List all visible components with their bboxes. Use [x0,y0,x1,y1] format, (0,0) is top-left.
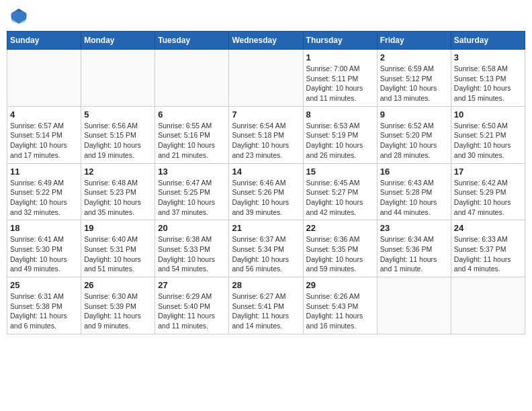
calendar-cell: 26Sunrise: 6:30 AM Sunset: 5:39 PM Dayli… [81,277,155,334]
calendar-cell: 14Sunrise: 6:46 AM Sunset: 5:26 PM Dayli… [229,163,303,220]
day-info: Sunrise: 6:49 AM Sunset: 5:22 PM Dayligh… [10,178,78,218]
day-info: Sunrise: 6:57 AM Sunset: 5:14 PM Dayligh… [10,121,78,161]
day-info: Sunrise: 6:56 AM Sunset: 5:15 PM Dayligh… [84,121,152,161]
calendar-cell: 21Sunrise: 6:37 AM Sunset: 5:34 PM Dayli… [229,220,303,277]
day-number: 8 [306,109,374,120]
calendar-cell: 22Sunrise: 6:36 AM Sunset: 5:35 PM Dayli… [303,220,377,277]
svg-marker-1 [10,11,27,24]
column-header-saturday: Saturday [451,32,525,50]
calendar-cell [229,50,303,107]
logo-icon [9,7,28,26]
calendar-cell [451,277,525,334]
day-info: Sunrise: 6:33 AM Sunset: 5:37 PM Dayligh… [454,234,522,274]
day-number: 13 [158,167,226,177]
calendar-cell: 2Sunrise: 6:59 AM Sunset: 5:12 PM Daylig… [377,50,451,107]
day-info: Sunrise: 6:30 AM Sunset: 5:39 PM Dayligh… [84,291,152,331]
calendar-cell: 8Sunrise: 6:53 AM Sunset: 5:19 PM Daylig… [303,106,377,163]
calendar-cell: 10Sunrise: 6:50 AM Sunset: 5:21 PM Dayli… [451,106,525,163]
day-info: Sunrise: 6:53 AM Sunset: 5:19 PM Dayligh… [306,121,374,161]
calendar-cell [377,277,451,334]
day-info: Sunrise: 6:54 AM Sunset: 5:18 PM Dayligh… [232,121,300,161]
day-info: Sunrise: 6:59 AM Sunset: 5:12 PM Dayligh… [380,64,448,103]
day-number: 28 [232,280,300,290]
header [7,7,525,26]
day-number: 20 [158,223,226,233]
day-info: Sunrise: 6:26 AM Sunset: 5:43 PM Dayligh… [306,291,374,331]
day-number: 7 [232,109,300,120]
calendar-cell [81,50,155,107]
calendar-cell: 17Sunrise: 6:42 AM Sunset: 5:29 PM Dayli… [451,163,525,220]
day-number: 24 [454,223,522,233]
column-header-monday: Monday [81,32,155,50]
day-number: 10 [454,109,522,120]
day-info: Sunrise: 6:46 AM Sunset: 5:26 PM Dayligh… [232,178,300,218]
calendar-cell: 19Sunrise: 6:40 AM Sunset: 5:31 PM Dayli… [81,220,155,277]
day-info: Sunrise: 6:55 AM Sunset: 5:16 PM Dayligh… [158,121,226,161]
calendar-cell: 16Sunrise: 6:43 AM Sunset: 5:28 PM Dayli… [377,163,451,220]
calendar-cell: 12Sunrise: 6:48 AM Sunset: 5:23 PM Dayli… [81,163,155,220]
day-info: Sunrise: 6:50 AM Sunset: 5:21 PM Dayligh… [454,121,522,161]
day-info: Sunrise: 6:37 AM Sunset: 5:34 PM Dayligh… [232,234,300,274]
calendar-cell: 20Sunrise: 6:38 AM Sunset: 5:33 PM Dayli… [155,220,229,277]
calendar-cell: 18Sunrise: 6:41 AM Sunset: 5:30 PM Dayli… [7,220,81,277]
day-info: Sunrise: 6:42 AM Sunset: 5:29 PM Dayligh… [454,178,522,218]
column-header-tuesday: Tuesday [155,32,229,50]
day-number: 22 [306,223,374,233]
column-header-thursday: Thursday [303,32,377,50]
calendar-cell: 28Sunrise: 6:27 AM Sunset: 5:41 PM Dayli… [229,277,303,334]
day-number: 15 [306,167,374,177]
day-info: Sunrise: 6:52 AM Sunset: 5:20 PM Dayligh… [380,121,448,161]
day-number: 23 [380,223,448,233]
day-number: 9 [380,109,448,120]
day-number: 12 [84,167,152,177]
day-info: Sunrise: 6:47 AM Sunset: 5:25 PM Dayligh… [158,178,226,218]
logo [9,7,31,26]
calendar-cell: 3Sunrise: 6:58 AM Sunset: 5:13 PM Daylig… [451,50,525,107]
day-info: Sunrise: 6:36 AM Sunset: 5:35 PM Dayligh… [306,234,374,274]
calendar-table: SundayMondayTuesdayWednesdayThursdayFrid… [7,31,525,334]
calendar-cell: 7Sunrise: 6:54 AM Sunset: 5:18 PM Daylig… [229,106,303,163]
day-info: Sunrise: 6:27 AM Sunset: 5:41 PM Dayligh… [232,291,300,331]
day-number: 4 [10,109,78,120]
day-number: 19 [84,223,152,233]
day-info: Sunrise: 6:34 AM Sunset: 5:36 PM Dayligh… [380,234,448,274]
day-number: 18 [10,223,78,233]
day-number: 27 [158,280,226,290]
calendar-cell: 24Sunrise: 6:33 AM Sunset: 5:37 PM Dayli… [451,220,525,277]
calendar-cell [155,50,229,107]
day-number: 6 [158,109,226,120]
calendar-cell: 15Sunrise: 6:45 AM Sunset: 5:27 PM Dayli… [303,163,377,220]
day-number: 1 [306,52,374,62]
day-number: 17 [454,167,522,177]
day-number: 5 [84,109,152,120]
day-info: Sunrise: 6:41 AM Sunset: 5:30 PM Dayligh… [10,234,78,274]
calendar-cell: 23Sunrise: 6:34 AM Sunset: 5:36 PM Dayli… [377,220,451,277]
column-header-sunday: Sunday [7,32,81,50]
day-number: 25 [10,280,78,290]
calendar-cell: 6Sunrise: 6:55 AM Sunset: 5:16 PM Daylig… [155,106,229,163]
day-info: Sunrise: 6:29 AM Sunset: 5:40 PM Dayligh… [158,291,226,331]
calendar-cell: 29Sunrise: 6:26 AM Sunset: 5:43 PM Dayli… [303,277,377,334]
column-header-friday: Friday [377,32,451,50]
day-info: Sunrise: 6:45 AM Sunset: 5:27 PM Dayligh… [306,178,374,218]
day-info: Sunrise: 6:43 AM Sunset: 5:28 PM Dayligh… [380,178,448,218]
day-info: Sunrise: 7:00 AM Sunset: 5:11 PM Dayligh… [306,64,374,103]
column-header-wednesday: Wednesday [229,32,303,50]
calendar-cell: 5Sunrise: 6:56 AM Sunset: 5:15 PM Daylig… [81,106,155,163]
calendar-cell: 1Sunrise: 7:00 AM Sunset: 5:11 PM Daylig… [303,50,377,107]
calendar-cell: 25Sunrise: 6:31 AM Sunset: 5:38 PM Dayli… [7,277,81,334]
calendar-cell: 9Sunrise: 6:52 AM Sunset: 5:20 PM Daylig… [377,106,451,163]
day-info: Sunrise: 6:58 AM Sunset: 5:13 PM Dayligh… [454,64,522,103]
day-number: 14 [232,167,300,177]
calendar-cell: 13Sunrise: 6:47 AM Sunset: 5:25 PM Dayli… [155,163,229,220]
day-info: Sunrise: 6:38 AM Sunset: 5:33 PM Dayligh… [158,234,226,274]
day-info: Sunrise: 6:40 AM Sunset: 5:31 PM Dayligh… [84,234,152,274]
day-number: 2 [380,52,448,62]
day-number: 26 [84,280,152,290]
day-number: 21 [232,223,300,233]
calendar-cell: 4Sunrise: 6:57 AM Sunset: 5:14 PM Daylig… [7,106,81,163]
day-number: 29 [306,280,374,290]
day-number: 16 [380,167,448,177]
calendar-cell: 27Sunrise: 6:29 AM Sunset: 5:40 PM Dayli… [155,277,229,334]
calendar-cell [7,50,81,107]
